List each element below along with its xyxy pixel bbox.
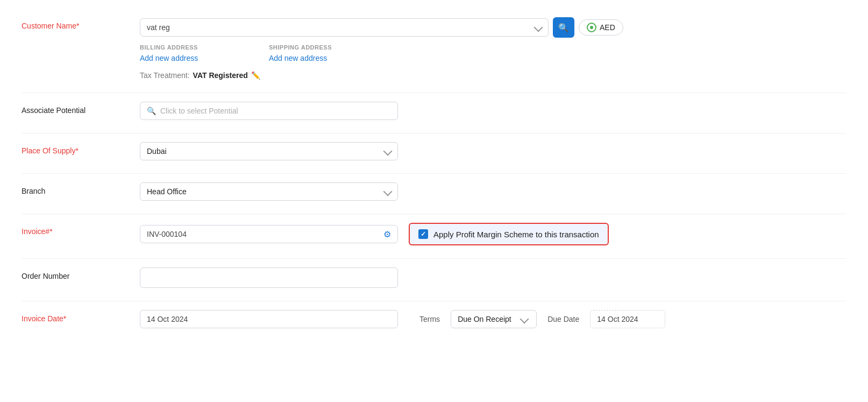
divider-1 <box>22 93 846 93</box>
invoice-input-wrapper: ⚙ <box>140 225 398 243</box>
place-of-supply-label: Place Of Supply* <box>22 142 140 155</box>
potential-search-icon: 🔍 <box>147 107 156 115</box>
customer-search-button[interactable]: 🔍 <box>553 17 574 38</box>
currency-label: AED <box>600 23 615 32</box>
shipping-add-link[interactable]: Add new address <box>269 54 327 62</box>
chevron-down-icon <box>534 23 543 32</box>
due-date-label: Due Date <box>547 315 579 323</box>
divider-5 <box>22 258 846 259</box>
branch-content: Head Office <box>140 182 846 201</box>
associate-potential-input[interactable]: 🔍 Click to select Potential <box>140 102 398 120</box>
gear-icon[interactable]: ⚙ <box>377 229 397 239</box>
potential-placeholder: Click to select Potential <box>160 107 238 115</box>
currency-dot <box>590 26 593 29</box>
tax-treatment-value: VAT Registered <box>193 71 248 80</box>
edit-icon[interactable]: ✏️ <box>251 71 260 80</box>
branch-label: Branch <box>22 182 140 195</box>
billing-address-label: BILLING ADDRESS <box>140 44 247 51</box>
terms-label: Terms <box>419 315 440 323</box>
place-of-supply-value: Dubai <box>147 147 167 156</box>
tax-treatment-row: Tax Treatment: VAT Registered ✏️ <box>140 71 846 80</box>
terms-select[interactable]: Due On Receipt <box>451 310 537 328</box>
checkmark-icon: ✓ <box>421 230 426 238</box>
currency-badge[interactable]: AED <box>579 19 623 36</box>
branch-row: Branch Head Office <box>22 182 846 201</box>
tax-treatment-label: Tax Treatment: <box>140 71 190 80</box>
divider-2 <box>22 133 846 133</box>
billing-address-col: BILLING ADDRESS Add new address <box>140 44 247 62</box>
order-number-row: Order Number <box>22 267 846 288</box>
invoice-date-label: Invoice Date* <box>22 310 140 323</box>
branch-select[interactable]: Head Office <box>140 182 398 201</box>
invoice-label: Invoice#* <box>22 223 140 236</box>
due-date-input[interactable]: 14 Oct 2024 <box>590 310 665 328</box>
associate-potential-row: Associate Potential 🔍 Click to select Po… <box>22 102 846 120</box>
invoice-date-row: Invoice Date* 14 Oct 2024 Terms Due On R… <box>22 310 846 328</box>
divider-4 <box>22 214 846 214</box>
place-of-supply-select[interactable]: Dubai <box>140 142 398 160</box>
invoice-date-value: 14 Oct 2024 <box>147 315 188 323</box>
place-of-supply-row: Place Of Supply* Dubai <box>22 142 846 160</box>
customer-select[interactable]: vat reg <box>140 18 549 37</box>
shipping-address-label: SHIPPING ADDRESS <box>269 44 376 51</box>
terms-value: Due On Receipt <box>458 315 511 323</box>
divider-3 <box>22 173 846 174</box>
customer-name-label: Customer Name* <box>22 17 140 30</box>
branch-chevron-icon <box>383 187 393 196</box>
customer-name-content: vat reg 🔍 AED BILLING ADDRESS Add new <box>140 17 846 80</box>
place-of-supply-chevron-icon <box>383 147 393 156</box>
currency-circle-icon <box>587 23 596 32</box>
invoice-content: ⚙ ✓ Apply Profit Margin Scheme to this t… <box>140 223 846 245</box>
invoice-date-content: 14 Oct 2024 Terms Due On Receipt Due Dat… <box>140 310 846 328</box>
shipping-address-col: SHIPPING ADDRESS Add new address <box>269 44 376 62</box>
customer-select-value: vat reg <box>147 23 170 32</box>
invoice-row: Invoice#* ⚙ ✓ Apply Profit Margin Scheme… <box>22 223 846 245</box>
address-section: BILLING ADDRESS Add new address SHIPPING… <box>140 44 846 62</box>
profit-margin-checkbox-wrapper[interactable]: ✓ Apply Profit Margin Scheme to this tra… <box>409 223 609 245</box>
terms-chevron-icon <box>520 315 529 324</box>
order-number-input[interactable] <box>140 267 398 288</box>
search-icon: 🔍 <box>558 23 569 33</box>
place-of-supply-content: Dubai <box>140 142 846 160</box>
customer-name-row: Customer Name* vat reg 🔍 AED <box>22 17 846 80</box>
order-number-content <box>140 267 846 288</box>
due-date-value: 14 Oct 2024 <box>597 315 638 323</box>
divider-6 <box>22 301 846 301</box>
invoice-input[interactable] <box>140 225 377 243</box>
profit-margin-checkbox[interactable]: ✓ <box>418 229 428 239</box>
customer-input-wrapper: vat reg 🔍 AED <box>140 17 846 38</box>
invoice-date-input[interactable]: 14 Oct 2024 <box>140 310 398 328</box>
date-row-content: 14 Oct 2024 Terms Due On Receipt Due Dat… <box>140 310 846 328</box>
profit-margin-label: Apply Profit Margin Scheme to this trans… <box>433 230 599 239</box>
invoice-row-content: ⚙ ✓ Apply Profit Margin Scheme to this t… <box>140 223 846 245</box>
associate-potential-label: Associate Potential <box>22 102 140 115</box>
branch-value: Head Office <box>147 187 187 196</box>
billing-add-link[interactable]: Add new address <box>140 54 198 62</box>
order-number-label: Order Number <box>22 267 140 280</box>
associate-potential-content: 🔍 Click to select Potential <box>140 102 846 120</box>
